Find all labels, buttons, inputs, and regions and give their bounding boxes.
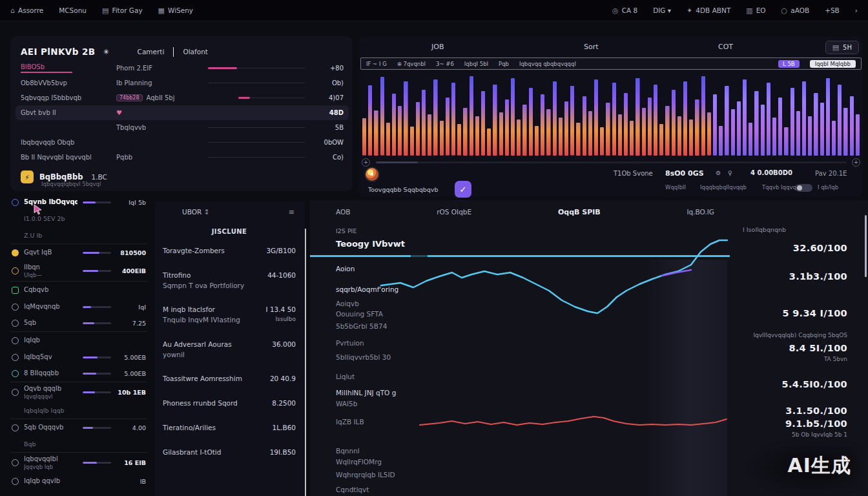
sort-updown-icon[interactable]: ↕	[204, 208, 210, 216]
profile-row[interactable]: Bb II Nqvvqbl bqvvqbl Pqbb Co)	[21, 150, 344, 165]
paw-icon: ✳	[103, 48, 108, 56]
tab-olafont[interactable]: Olafont	[183, 48, 208, 56]
sidebar-item[interactable]: 5qvnb IbOqvqqb IqI 5b	[10, 194, 147, 211]
sidebar-item[interactable]: Oqvb qqqIbIqvqIqqqvl 10b 1EB	[10, 382, 147, 402]
chart-row-label[interactable]: IqZB ILB	[336, 417, 465, 427]
score-item: 9.1.b5./100 5b Ob IqvvIqb 5b 1	[743, 417, 847, 439]
chart-row-label[interactable]: Pvrtuion	[336, 338, 465, 348]
collapse-button[interactable]: ▤5H	[825, 41, 859, 54]
sidebar-item[interactable]: IqMqvqnqb IqI	[10, 298, 147, 315]
topbar-nav-item[interactable]: ▤Fitor Gay	[102, 6, 143, 15]
sidebar-item[interactable]: IIbqnUlqb— 400EIB	[10, 261, 147, 282]
chart-row-label[interactable]: WAI5b	[336, 398, 465, 409]
topbar-action-item[interactable]: ◎CA 8	[612, 6, 637, 15]
table-column-ubor[interactable]: UBOR	[182, 208, 202, 216]
score-value: 3.1b3./100	[743, 270, 847, 283]
wave-header-sort[interactable]: Sort	[584, 43, 599, 51]
sidebar-item[interactable]: 5qb Oqqqvb 4.00	[10, 419, 147, 436]
sidebar-item[interactable]: IqbqIqIb Iqqb	[10, 402, 147, 419]
nav-item-icon: ▤	[102, 6, 108, 15]
profile-row[interactable]: Ibqbqvqqb Obqb 0bOW	[21, 135, 344, 150]
topbar-nav-item[interactable]: MCSonu	[59, 6, 87, 14]
sidebar-item[interactable]: Bqb	[10, 436, 147, 453]
wave-header-cot[interactable]: COT	[718, 43, 733, 51]
table-row[interactable]: Au Adversarl Aourasyownil 36.000	[163, 333, 296, 367]
sidebar-item[interactable]: 8 BIIqqqbb 5.00EB	[10, 366, 147, 382]
waveform-tool[interactable]: Pqb	[499, 61, 509, 67]
profile-row[interactable]: 5qbvqqp I5bbbvqb 74bb28 AqbII 5bj 4)07	[21, 90, 344, 105]
sidebar-item[interactable]: 5qb 7.25	[10, 315, 147, 332]
sidebar-item[interactable]: Gqvt IqB 810500	[10, 244, 147, 261]
sidebar-item[interactable]: I1.0.0 5EV 2b	[10, 211, 147, 227]
topbar-nav-item[interactable]: ⌂Assorre	[10, 6, 43, 15]
chart-row-label[interactable]: Wqhrqrqlqb IL5ID	[336, 470, 465, 480]
chart-row-label[interactable]: Bqnnnl	[336, 446, 465, 456]
waveform-tool[interactable]: IqbqI 5bI	[464, 61, 488, 67]
sidebar-item[interactable]: IqIqb	[10, 332, 147, 349]
topbar-action-item[interactable]: ○aAOB	[781, 6, 810, 15]
table-row[interactable]: Gilasbrant I-tOtid 19I.B50	[163, 440, 296, 465]
sidebar-item[interactable]: IqbqvqqIblJqqvqb Iqb 16 EIB	[10, 453, 147, 473]
sidebar-item[interactable]: IqIqb qqvIb IB	[10, 473, 147, 490]
gear-person-icons[interactable]: ⚙ ♀	[716, 170, 735, 176]
waveform-tool[interactable]: IqqbI MqIqbb	[810, 60, 856, 68]
table-row[interactable]: M inqb ItaclsforTnquib InqvM IVlasting I…	[163, 298, 296, 333]
waveform-scrollbar[interactable]	[375, 161, 847, 163]
waveform-tool[interactable]: IF ~ I G	[366, 61, 387, 67]
profile-row[interactable]: Gbvt bvb II ♥ 48D	[16, 105, 349, 120]
approve-button[interactable]: ✓	[455, 181, 471, 198]
topbar-action-item[interactable]: ›	[855, 6, 858, 14]
chart-row-label[interactable]: 5b5bGrbl 5B74	[336, 321, 465, 331]
profile-row-label: 5qbvqqp I5bbbvqb	[21, 94, 116, 101]
waveform-bar	[553, 81, 557, 156]
chart-row-label[interactable]: WqllrqFIOMrg	[336, 457, 465, 467]
wave-header-job[interactable]: JOB	[431, 43, 444, 51]
zoom-out-icon[interactable]: +	[362, 158, 370, 167]
score-item: 8.4 5I./100 TA 5bvn	[743, 342, 847, 364]
profile-row-progress	[208, 83, 305, 83]
chart-row-label[interactable]: Cqndtlqvt	[336, 484, 465, 495]
chart-row-label[interactable]: Liqlut	[336, 371, 465, 382]
topbar-action-item[interactable]: +SB	[825, 6, 840, 14]
profile-row-label: BIBOSb	[21, 63, 72, 73]
sidebar-item-icon	[12, 320, 19, 327]
scrollbar-thumb[interactable]	[377, 161, 418, 163]
profile-row[interactable]: Tbqlqvvb 5B	[21, 120, 344, 135]
waveform-tool[interactable]: 3~ #6	[436, 61, 454, 67]
table-row[interactable]: TitrofinoSqmpn T ova Portfoliory 44-1060	[163, 264, 296, 298]
tab-camera[interactable]: Camerti	[138, 48, 165, 56]
zoom-in-icon[interactable]: +	[852, 158, 860, 167]
action-item-label: EO	[756, 6, 766, 14]
sidebar-item[interactable]: Cqbqvb	[10, 282, 147, 298]
chart-row-label[interactable]: MilIhlNL JNJ qTO g	[336, 388, 465, 398]
profile-footer-name: BqBbqBbb	[39, 172, 83, 181]
sidebar-item-value: IqI	[116, 304, 146, 311]
waveform-bar	[612, 83, 616, 156]
profile-row[interactable]: Ob8bVVb5bvp Ib Planning Ob)	[21, 76, 344, 90]
table-row[interactable]: Phoness rrunbd Sqord 8.2500	[163, 391, 296, 416]
sidebar-item-icon	[12, 354, 19, 361]
vertical-scrollbar[interactable]	[865, 215, 867, 277]
chart-row-label[interactable]: sqqrb/Aoqmf'oring	[336, 284, 465, 294]
table-row[interactable]: Toassitwre Aomresshim 20 40.9	[163, 367, 296, 391]
profile-row-value: +80	[313, 65, 344, 72]
topbar-action-item[interactable]: ▥EO	[746, 6, 765, 15]
waveform-tool[interactable]: L 5B	[778, 60, 800, 68]
waveform-tool[interactable]: ⊕ 7qvqnbI	[397, 61, 426, 67]
chart-row-label[interactable]: Aoion	[336, 264, 465, 274]
topbar-action-item[interactable]: DIG ▾	[653, 6, 671, 14]
waveform-tool[interactable]: Iqbqvqq qbqbqvqqqI	[519, 61, 576, 67]
sidebar-item[interactable]: IqIbq5qv 5.00EB	[10, 349, 147, 366]
chart-row-label[interactable]: Aoiqvb	[336, 298, 465, 309]
table-row[interactable]: Toravgte-Zombers 3G/B100	[163, 239, 296, 264]
profile-row[interactable]: BIBOSb Phom 2.EIF +80	[21, 61, 344, 76]
table-row[interactable]: Tieratino/Arilies 1L.B60	[163, 416, 296, 440]
topbar-action-item[interactable]: ✦4DB ABNT	[687, 6, 730, 15]
topbar-nav-item[interactable]: ▦WiSeny	[158, 6, 193, 15]
chart-row-label[interactable]: Oouuing SFTA	[336, 309, 465, 319]
sidebar-item[interactable]: Z.U Ib	[10, 227, 147, 244]
chart-row-label[interactable]: 5blliqvvrb5bl 30	[336, 352, 465, 362]
filter-icon[interactable]: ≡	[289, 208, 294, 216]
waveform-bar	[368, 85, 372, 156]
stats-toggle[interactable]	[796, 184, 812, 192]
